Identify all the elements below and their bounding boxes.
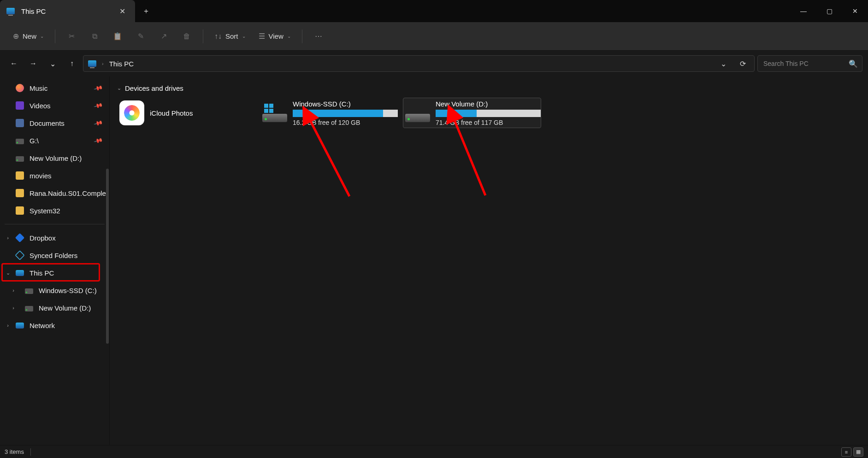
search-box[interactable]: 🔍 bbox=[757, 55, 862, 72]
new-tab-button[interactable]: ＋ bbox=[135, 0, 157, 22]
sidebar-item[interactable]: Videos 📌 bbox=[0, 97, 109, 114]
chevron-right-icon[interactable]: › bbox=[9, 288, 18, 293]
sidebar-item-label: This PC bbox=[30, 269, 54, 277]
drive-tile[interactable]: New Volume (D:) 71.4 GB free of 117 GB bbox=[403, 98, 541, 128]
address-history-button[interactable]: ⌄ bbox=[716, 57, 730, 70]
section-header[interactable]: ⌄ Devices and drives bbox=[117, 81, 861, 95]
sidebar-item-label: Network bbox=[30, 322, 55, 329]
view-icon: ☰ bbox=[259, 32, 265, 41]
video-icon bbox=[16, 101, 24, 110]
chevron-right-icon[interactable]: › bbox=[9, 305, 18, 311]
drive-free-text: 71.4 GB free of 117 GB bbox=[436, 119, 541, 126]
sidebar-item-label: Synced Folders bbox=[30, 252, 77, 259]
address-bar[interactable]: › This PC ⌄ ⟳ bbox=[83, 55, 755, 72]
sort-icon: ↑↓ bbox=[214, 32, 222, 41]
refresh-button[interactable]: ⟳ bbox=[736, 57, 750, 70]
window-minimize-button[interactable]: — bbox=[791, 0, 816, 22]
sidebar-item-label: G:\ bbox=[30, 137, 39, 145]
sidebar-item[interactable]: Rana.Naidu.S01.Complet bbox=[0, 184, 109, 202]
more-button[interactable]: ⋯ bbox=[309, 28, 328, 45]
network-icon bbox=[16, 323, 24, 329]
drive-name: Windows-SSD (C:) bbox=[293, 100, 398, 108]
sidebar-scrollbar[interactable] bbox=[106, 169, 109, 344]
svg-line-3 bbox=[453, 117, 485, 195]
sidebar-item[interactable]: System32 bbox=[0, 202, 109, 219]
cut-button[interactable]: ✂ bbox=[62, 28, 81, 45]
this-pc-icon bbox=[16, 270, 24, 276]
folder-icon bbox=[16, 206, 24, 215]
window-close-button[interactable]: ✕ bbox=[842, 0, 868, 22]
sidebar-item-label: New Volume (D:) bbox=[39, 304, 91, 312]
tab-close-button[interactable]: ✕ bbox=[116, 5, 129, 18]
nav-up-button[interactable]: ↑ bbox=[64, 55, 80, 72]
sidebar-item[interactable]: › Dropbox bbox=[0, 229, 109, 247]
drive-icon bbox=[16, 139, 24, 144]
folder-tile[interactable]: iCloud Photos bbox=[117, 98, 255, 128]
sidebar-item[interactable]: movies bbox=[0, 167, 109, 184]
chevron-down-icon: ⌄ bbox=[117, 85, 121, 91]
this-pc-icon bbox=[88, 60, 96, 67]
sidebar-item-label: New Volume (D:) bbox=[30, 154, 82, 162]
title-bar: This PC ✕ ＋ — ▢ ✕ bbox=[0, 0, 868, 22]
chevron-down-icon: ⌄ bbox=[40, 34, 44, 39]
dropbox-icon bbox=[15, 233, 24, 242]
window-tab[interactable]: This PC ✕ bbox=[0, 0, 135, 22]
sidebar-item-label: Rana.Naidu.S01.Complet bbox=[30, 189, 108, 197]
folder-icon bbox=[16, 171, 24, 180]
music-icon bbox=[16, 84, 24, 92]
breadcrumb-item[interactable]: This PC bbox=[109, 60, 134, 68]
window-maximize-button[interactable]: ▢ bbox=[816, 0, 842, 22]
doc-icon bbox=[16, 119, 24, 127]
nav-forward-button[interactable]: → bbox=[25, 55, 41, 72]
sidebar-item[interactable]: New Volume (D:) bbox=[0, 149, 109, 167]
sidebar-item-this-pc[interactable]: ⌄ This PC bbox=[0, 264, 109, 282]
sidebar-item-label: Dropbox bbox=[30, 234, 56, 242]
rename-icon: ✎ bbox=[138, 32, 144, 41]
sidebar-item[interactable]: › New Volume (D:) bbox=[0, 299, 109, 317]
drive-tile[interactable]: Windows-SSD (C:) 16.2 GB free of 120 GB bbox=[260, 98, 398, 128]
plus-circle-icon: ⊕ bbox=[13, 32, 19, 41]
view-button[interactable]: ☰ View ⌄ bbox=[254, 28, 295, 45]
clipboard-icon: 📋 bbox=[113, 32, 122, 41]
sidebar-item-label: Documents bbox=[30, 119, 65, 127]
command-toolbar: ⊕ New ⌄ ✂ ⧉ 📋 ✎ ↗ 🗑 ↑↓ Sort ⌄ ☰ View ⌄ ⋯ bbox=[0, 22, 868, 51]
trash-icon: 🗑 bbox=[183, 32, 190, 41]
item-name: iCloud Photos bbox=[150, 109, 253, 117]
navigation-sidebar: Music 📌 Videos 📌 Documents 📌 G:\ 📌 New V… bbox=[0, 76, 110, 445]
address-bar-row: ← → ⌄ ↑ › This PC ⌄ ⟳ 🔍 bbox=[0, 51, 868, 76]
nav-back-button[interactable]: ← bbox=[6, 55, 22, 72]
pin-icon: 📌 bbox=[93, 118, 103, 128]
windows-logo-icon bbox=[264, 104, 273, 113]
share-icon: ↗ bbox=[161, 32, 167, 41]
sidebar-item-label: Windows-SSD (C:) bbox=[39, 287, 97, 294]
chevron-down-icon[interactable]: ⌄ bbox=[4, 270, 12, 276]
section-title: Devices and drives bbox=[125, 84, 183, 92]
rename-button[interactable]: ✎ bbox=[131, 28, 150, 45]
sidebar-item[interactable]: › Windows-SSD (C:) bbox=[0, 282, 109, 299]
status-bar: 3 items ≡ ▦ bbox=[0, 445, 868, 458]
sidebar-item[interactable]: G:\ 📌 bbox=[0, 132, 109, 149]
sort-button[interactable]: ↑↓ Sort ⌄ bbox=[210, 28, 250, 45]
delete-button[interactable]: 🗑 bbox=[177, 28, 196, 45]
chevron-right-icon[interactable]: › bbox=[4, 235, 12, 241]
sidebar-item[interactable]: Documents 📌 bbox=[0, 114, 109, 132]
view-details-button[interactable]: ≡ bbox=[841, 447, 851, 457]
sync-icon bbox=[15, 250, 25, 260]
sidebar-item[interactable]: Music 📌 bbox=[0, 79, 109, 97]
share-button[interactable]: ↗ bbox=[154, 28, 173, 45]
scissors-icon: ✂ bbox=[69, 32, 75, 41]
sidebar-item-label: Music bbox=[30, 84, 47, 92]
copy-button[interactable]: ⧉ bbox=[85, 28, 104, 45]
sidebar-item[interactable]: Synced Folders bbox=[0, 247, 109, 264]
view-tiles-button[interactable]: ▦ bbox=[853, 447, 863, 457]
search-input[interactable] bbox=[763, 60, 844, 67]
nav-recent-button[interactable]: ⌄ bbox=[44, 55, 61, 72]
sidebar-item-network[interactable]: › Network bbox=[0, 317, 109, 334]
content-pane: ⌄ Devices and drives iCloud Photos Windo… bbox=[110, 76, 868, 445]
drive-icon bbox=[16, 156, 24, 162]
chevron-right-icon[interactable]: › bbox=[4, 323, 12, 328]
pin-icon: 📌 bbox=[93, 136, 103, 146]
ellipsis-icon: ⋯ bbox=[315, 32, 322, 41]
paste-button[interactable]: 📋 bbox=[108, 28, 127, 45]
new-button[interactable]: ⊕ New ⌄ bbox=[8, 28, 48, 45]
